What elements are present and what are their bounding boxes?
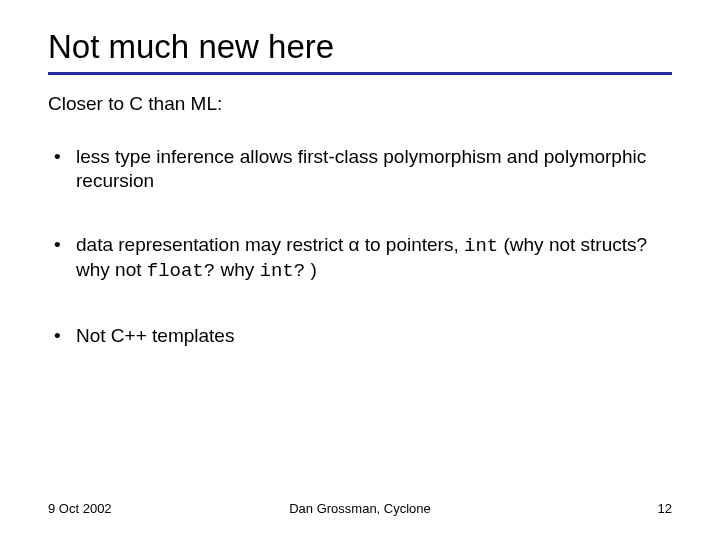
bullet-text: less type inference allows first-class p…: [76, 146, 646, 191]
bullet-text: Not C++ templates: [76, 325, 234, 346]
bullet-list: less type inference allows first-class p…: [48, 145, 672, 348]
subheading: Closer to C than ML:: [48, 93, 672, 115]
slide-title: Not much new here: [48, 28, 672, 66]
title-rule: [48, 72, 672, 75]
footer: 9 Oct 2002 Dan Grossman, Cyclone 12: [48, 501, 672, 516]
bullet-item: Not C++ templates: [48, 324, 672, 348]
footer-author: Dan Grossman, Cyclone: [48, 501, 672, 516]
bullet-text: data representation may restrict α to po…: [76, 234, 464, 255]
code-span: int?: [260, 260, 306, 282]
bullet-item: less type inference allows first-class p…: [48, 145, 672, 193]
bullet-text: ): [305, 259, 317, 280]
code-span: float?: [147, 260, 215, 282]
bullet-text: why: [215, 259, 259, 280]
code-span: int: [464, 235, 498, 257]
bullet-item: data representation may restrict α to po…: [48, 233, 672, 285]
slide: Not much new here Closer to C than ML: l…: [0, 0, 720, 540]
